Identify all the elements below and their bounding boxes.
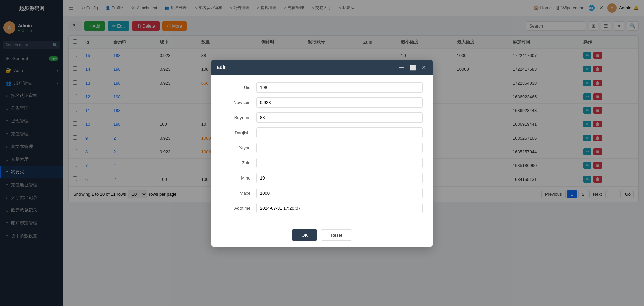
modal-input-uid[interactable] [256, 82, 423, 93]
modal-label-mine: Mine: [221, 175, 252, 181]
modal-header: Edit — ⬜ ✕ [211, 60, 433, 75]
modal-input-nowcoin[interactable] [256, 97, 423, 108]
edit-modal: Edit — ⬜ ✕ Uid: Nowcoin: Buynum: Daojish… [211, 60, 433, 247]
modal-field-row-daojishi: Daojishi: [221, 128, 423, 138]
modal-input-xtype[interactable] [256, 143, 423, 153]
modal-field-row-uid: Uid: [221, 82, 423, 93]
modal-ok-button[interactable]: OK [292, 230, 317, 241]
modal-field-row-zuid: Zuid: [221, 158, 423, 168]
modal-minimize-button[interactable]: — [397, 64, 406, 71]
modal-footer: OK Reset [211, 225, 433, 247]
modal-field-row-xtype: Xtype: [221, 143, 423, 153]
modal-label-uid: Uid: [221, 85, 252, 90]
modal-label-nowcoin: Nowcoin: [221, 100, 252, 105]
modal-label-buynum: Buynum: [221, 115, 252, 120]
modal-body: Uid: Nowcoin: Buynum: Daojishi: Xtype: Z… [211, 75, 433, 225]
modal-label-addtime: Addtime: [221, 206, 252, 211]
modal-input-mine[interactable] [256, 173, 423, 183]
modal-field-row-mine: Mine: [221, 173, 423, 183]
modal-label-xtype: Xtype: [221, 145, 252, 150]
modal-label-daojishi: Daojishi: [221, 130, 252, 135]
modal-field-row-maxe: Maxe: [221, 188, 423, 198]
modal-field-row-nowcoin: Nowcoin: [221, 97, 423, 108]
modal-label-zuid: Zuid: [221, 160, 252, 165]
modal-input-addtime[interactable] [256, 203, 423, 213]
modal-title: Edit [217, 65, 225, 70]
modal-input-buynum[interactable] [256, 112, 423, 123]
modal-input-maxe[interactable] [256, 188, 423, 198]
modal-input-zuid[interactable] [256, 158, 423, 168]
modal-close-button[interactable]: ✕ [420, 64, 427, 71]
modal-field-row-addtime: Addtime: [221, 203, 423, 213]
modal-field-row-buynum: Buynum: [221, 112, 423, 123]
modal-header-buttons: — ⬜ ✕ [397, 64, 427, 71]
modal-label-maxe: Maxe: [221, 191, 252, 196]
modal-input-daojishi[interactable] [256, 128, 423, 138]
modal-overlay: Edit — ⬜ ✕ Uid: Nowcoin: Buynum: Daojish… [0, 0, 644, 306]
modal-maximize-button[interactable]: ⬜ [408, 64, 418, 71]
modal-reset-button[interactable]: Reset [321, 230, 352, 241]
